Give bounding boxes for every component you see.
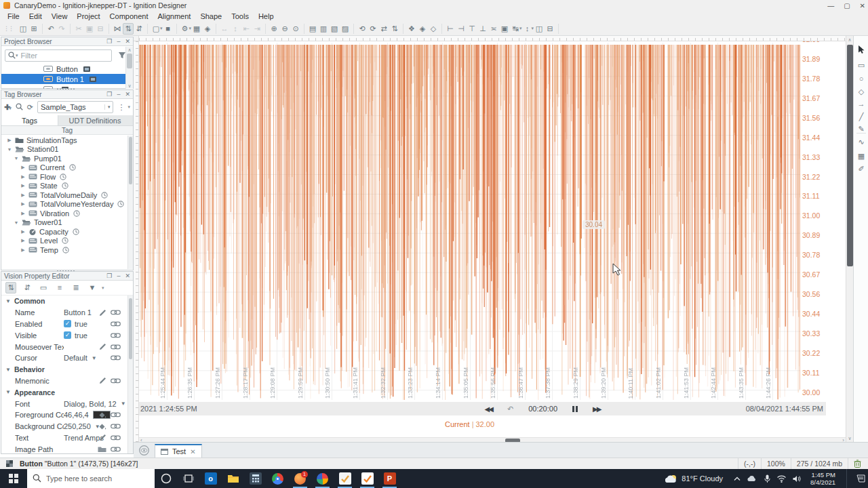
property-row-mouseover-text[interactable]: Mouseover Text bbox=[1, 341, 127, 352]
fast-forward-button[interactable]: ▶▶ bbox=[593, 405, 600, 413]
outlook-icon[interactable]: o bbox=[199, 469, 222, 488]
tag-tree-row[interactable]: ▶Level bbox=[1, 237, 127, 246]
designer-launcher-icon[interactable] bbox=[356, 469, 378, 488]
refresh-icon[interactable]: ⟳ bbox=[27, 103, 33, 112]
taskbar-search-input[interactable]: Type here to search bbox=[27, 469, 155, 488]
send-to-back-icon[interactable]: ▨ bbox=[340, 24, 351, 34]
memory-usage[interactable]: 275 / 1024 mb bbox=[791, 458, 848, 469]
shape-fill-icon[interactable]: ■ bbox=[163, 24, 174, 34]
link-icon[interactable] bbox=[111, 344, 121, 350]
property-row-cursor[interactable]: CursorDefault▼ bbox=[1, 352, 127, 364]
scroll-up-icon[interactable]: ∧ bbox=[846, 37, 853, 43]
minimize-button[interactable]: — bbox=[827, 2, 834, 9]
scroll-down-icon[interactable]: ∨ bbox=[126, 83, 133, 89]
description-pane-icon[interactable]: ▭ bbox=[38, 283, 49, 293]
center-vertically-icon[interactable]: ⊟ bbox=[545, 24, 555, 34]
menu-shape[interactable]: Shape bbox=[195, 12, 226, 20]
property-row-image-path[interactable]: Image Path bbox=[1, 443, 127, 453]
property-value[interactable]: Trend Amps bbox=[64, 434, 104, 442]
scrollbar-thumb[interactable] bbox=[847, 45, 853, 266]
property-value[interactable]: ✓true bbox=[64, 320, 87, 328]
fill-paint-icon[interactable]: ❖ bbox=[406, 24, 417, 34]
bring-forward-icon[interactable]: ▥ bbox=[318, 24, 329, 34]
stroke-paint-icon[interactable]: ◈ bbox=[417, 24, 428, 34]
align-center-icon[interactable]: ≍ bbox=[488, 24, 499, 34]
property-row-name[interactable]: NameButton 1 bbox=[1, 307, 127, 319]
collapse-arrow-icon[interactable]: ▶ bbox=[20, 211, 26, 216]
send-backward-icon[interactable]: ▧ bbox=[329, 24, 340, 34]
categorized-sort-icon[interactable]: ⇅ bbox=[5, 282, 16, 293]
collapse-arrow-icon[interactable]: ▶ bbox=[20, 165, 26, 170]
menu-file[interactable]: File bbox=[3, 12, 24, 20]
arrow-tool[interactable]: → bbox=[854, 100, 868, 108]
tab-tags[interactable]: Tags bbox=[1, 115, 58, 125]
tag-tree-row[interactable]: ▶Temp bbox=[1, 245, 127, 255]
expand-arrow-icon[interactable]: ▼ bbox=[14, 156, 19, 161]
start-button[interactable] bbox=[0, 469, 27, 488]
security-icon[interactable]: ◈ bbox=[202, 24, 213, 34]
property-scrollbar[interactable] bbox=[127, 296, 133, 453]
project-scrollbar[interactable]: ∧ ∨ bbox=[125, 47, 133, 89]
project-tree-row[interactable]: Button bbox=[1, 64, 126, 74]
scrollbar-thumb[interactable] bbox=[127, 54, 132, 68]
align-left-icon[interactable]: ⊢ bbox=[445, 24, 456, 34]
section-common[interactable]: ▼Common bbox=[1, 296, 127, 307]
property-row-foreground-color[interactable]: Foreground Color46,46,4 bbox=[1, 409, 127, 421]
edit-icon[interactable] bbox=[99, 343, 106, 350]
link-icon[interactable] bbox=[111, 412, 121, 418]
collapse-arrow-icon[interactable]: ▶ bbox=[20, 174, 26, 180]
pinwheel-app-icon[interactable] bbox=[311, 469, 334, 488]
minimize-panel-icon[interactable]: – bbox=[117, 91, 120, 98]
center-horizontally-icon[interactable]: ◫ bbox=[534, 24, 545, 34]
align-right-icon[interactable]: ⊣ bbox=[456, 24, 467, 34]
link-icon[interactable] bbox=[111, 378, 121, 384]
z-order-icon[interactable]: ▤ bbox=[307, 24, 318, 34]
scrollbar-thumb[interactable] bbox=[129, 137, 132, 184]
link-icon[interactable] bbox=[111, 435, 121, 441]
flip-vertical-icon[interactable]: ⇅ bbox=[389, 24, 400, 34]
save-all-icon[interactable]: ⊞ bbox=[28, 24, 39, 34]
zoom-out-icon[interactable]: ⊖ bbox=[279, 24, 290, 34]
rotate-cw-icon[interactable]: ⟳ bbox=[368, 24, 378, 34]
menu-alignment[interactable]: Alignment bbox=[153, 12, 195, 20]
ellipse-tool[interactable]: ○ bbox=[854, 75, 868, 83]
float-panel-icon[interactable]: ❐ bbox=[106, 272, 112, 279]
tag-tree-row[interactable]: ▶TotalVolumeDaily bbox=[1, 190, 127, 200]
tag-tree-row[interactable]: ▶SimulationTags bbox=[1, 136, 127, 145]
path-tool[interactable]: ∿ bbox=[854, 138, 868, 146]
scroll-up-icon[interactable]: ∧ bbox=[126, 47, 133, 53]
collapse-icon[interactable]: ≣ bbox=[71, 283, 81, 293]
close-panel-icon[interactable]: ✕ bbox=[125, 272, 130, 279]
fill-icon[interactable] bbox=[98, 423, 106, 430]
collapse-arrow-icon[interactable]: ▶ bbox=[20, 238, 26, 243]
trend-plot-canvas[interactable] bbox=[139, 43, 800, 402]
rotate-ccw-icon[interactable]: ⟲ bbox=[357, 24, 368, 34]
tag-tree-row[interactable]: ▶Vibration bbox=[1, 209, 127, 218]
folder-icon[interactable] bbox=[98, 446, 106, 453]
show-desktop-strip[interactable] bbox=[846, 469, 850, 488]
close-button[interactable]: ✕ bbox=[860, 2, 865, 9]
file-explorer-icon[interactable] bbox=[222, 469, 244, 488]
property-value[interactable]: Default▼ bbox=[64, 354, 97, 362]
lock-icon[interactable]: ▣ bbox=[499, 24, 510, 34]
checkbox-checked-icon[interactable]: ✓ bbox=[64, 320, 71, 327]
tag-tree-row[interactable]: ▶State bbox=[1, 182, 127, 191]
alphabetical-sort-icon[interactable]: ⇵ bbox=[22, 283, 33, 293]
minimize-panel-icon[interactable]: – bbox=[117, 272, 120, 279]
link-icon[interactable] bbox=[111, 333, 121, 338]
property-row-text[interactable]: TextTrend Amps bbox=[1, 432, 127, 444]
close-panel-icon[interactable]: ✕ bbox=[125, 91, 130, 98]
component-palette-icon[interactable]: ▦ bbox=[191, 24, 202, 34]
microphone-icon[interactable] bbox=[764, 474, 770, 483]
undo-icon[interactable]: ↶ bbox=[45, 24, 56, 34]
section-collapse-icon[interactable]: ▼ bbox=[5, 298, 11, 304]
tag-scrollbar[interactable] bbox=[127, 136, 133, 269]
edit-icon[interactable] bbox=[99, 434, 106, 441]
tag-tree-row[interactable]: ▼Station01 bbox=[1, 145, 127, 155]
scroll-down-icon[interactable]: ∨ bbox=[846, 435, 853, 441]
section-appearance[interactable]: ▼Appearance bbox=[1, 386, 127, 398]
scrollbar-thumb[interactable] bbox=[129, 298, 132, 359]
link-icon[interactable] bbox=[111, 447, 121, 452]
chevron-down-icon[interactable]: ▾ bbox=[102, 285, 104, 291]
property-value[interactable]: Dialog, Bold, 12▼ bbox=[64, 400, 126, 408]
